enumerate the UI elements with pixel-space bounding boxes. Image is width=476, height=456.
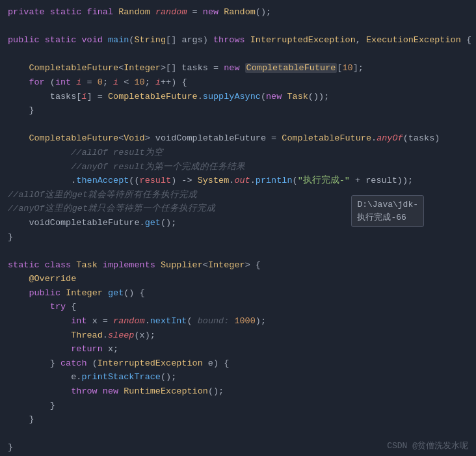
code-line: for (int i = 0; i < 10; i++) {: [8, 75, 468, 90]
empty-line: [8, 118, 468, 132]
empty-line: [8, 244, 468, 258]
tooltip-popup: D:\Java\jdk- 执行完成-66: [351, 195, 424, 227]
code-line: Thread.sleep(x);: [8, 329, 468, 343]
empty-line: [8, 427, 468, 441]
tooltip-line1: D:\Java\jdk-: [357, 200, 418, 209]
code-line: CompletableFuture<Integer>[] tasks = new…: [8, 61, 468, 75]
code-line: return x;: [8, 342, 468, 356]
tooltip-line2: 执行完成-66: [357, 213, 406, 222]
empty-line: [8, 47, 468, 62]
code-line: static class Task implements Supplier<In…: [8, 258, 468, 273]
code-line: try {: [8, 300, 468, 314]
code-line: }: [8, 412, 468, 427]
code-editor: private static final Random random = new…: [0, 0, 476, 456]
code-line: public Integer get() {: [8, 286, 468, 301]
code-line: }: [8, 399, 468, 413]
code-line: int x = random.nextInt( bound: 1000);: [8, 314, 468, 329]
code-line: throw new RuntimeException();: [8, 384, 468, 399]
code-line: CompletableFuture<Void> voidCompletableF…: [8, 131, 468, 146]
code-line: public static void main(String[] args) t…: [8, 33, 468, 47]
code-line: tasks[i] = CompletableFuture.supplyAsync…: [8, 90, 468, 104]
code-line: e.printStackTrace();: [8, 370, 468, 384]
code-line: @Override: [8, 272, 468, 286]
code-line: //allOf result为空: [8, 146, 468, 160]
code-line: .thenAccept((result) -> System.out.print…: [8, 174, 468, 188]
empty-line: [8, 20, 468, 34]
code-line: } catch (InterruptedException e) {: [8, 356, 468, 371]
code-line: //anyOf result为第一个完成的任务结果: [8, 160, 468, 174]
watermark: CSDN @贫僧洗发水呢: [387, 440, 468, 453]
code-line: private static final Random random = new…: [8, 5, 468, 20]
code-line: }: [8, 230, 468, 245]
code-line: }: [8, 103, 468, 118]
